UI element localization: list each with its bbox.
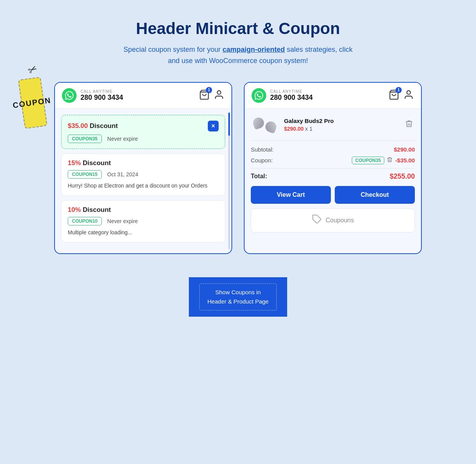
coupon-amount-1: $35.00 — [68, 122, 88, 130]
minicart-header-icons: 1 — [389, 89, 414, 102]
minicart-content: Galaxy Buds2 Pro $290.00 x 1 — [245, 109, 421, 239]
cart-icon-button[interactable]: 1 — [199, 89, 210, 102]
cart-product: Galaxy Buds2 Pro $290.00 x 1 — [251, 115, 415, 141]
minicart-phone-number: 280 900 3434 — [270, 94, 313, 102]
total-row-final: Total: $255.00 — [251, 172, 415, 181]
coupon-list-container: $35.00 Discount × COUPON35 Never expire … — [55, 109, 231, 253]
product-image — [251, 115, 279, 135]
bud-right — [264, 120, 278, 134]
coupon-total-row: Coupon: COUPON35 -$35.00 — [251, 157, 415, 164]
subtotal-value: $290.00 — [394, 146, 415, 153]
scissors-icon: ✂ — [26, 62, 39, 77]
ticket-text: Show Coupons in Header & Product Page — [199, 283, 277, 310]
remove-product-button[interactable] — [403, 118, 415, 131]
minicart-panel: CALL ANYTIME 280 900 3434 1 — [244, 82, 422, 254]
user-icon-button[interactable] — [214, 89, 224, 102]
header-left: CALL ANYTIME 280 900 3434 — [62, 88, 123, 103]
header-icons: 1 — [199, 89, 224, 102]
coupon-discount-3: 10% Discount — [68, 206, 219, 214]
coupon-applied: COUPON35 -$35.00 — [352, 157, 415, 164]
coupon-list: $35.00 Discount × COUPON35 Never expire … — [55, 109, 231, 253]
minicart-cart-icon-button[interactable]: 1 — [389, 89, 399, 102]
total-label: Total: — [251, 173, 267, 180]
ticket-container: Show Coupons in Header & Product Page — [185, 277, 291, 317]
coupon-panel: CALL ANYTIME 280 900 3434 1 — [54, 82, 232, 254]
page-title: Header Minicart & Coupon — [136, 19, 340, 38]
total-value: $255.00 — [390, 172, 415, 181]
remove-coupon-button[interactable] — [387, 157, 393, 164]
product-name: Galaxy Buds2 Pro — [284, 118, 398, 124]
coupon-discount-value: -$35.00 — [395, 157, 415, 164]
coupon-details-row-3: COUPON10 Never expire — [68, 217, 219, 225]
coupon-applied-badge: COUPON35 — [352, 157, 384, 164]
coupon-amount-2: 15% — [68, 159, 81, 167]
total-separator — [251, 168, 415, 169]
scroll-bar — [228, 113, 230, 249]
ticket-line1: Show Coupons in — [207, 288, 269, 297]
panels-container: ✂ COUPON CALL ANYTIME 280 900 3434 1 — [33, 82, 443, 254]
coupons-section-button[interactable]: Coupouns — [251, 208, 415, 232]
coupon-header-row-1: $35.00 Discount × — [68, 121, 219, 131]
close-coupon-button[interactable]: × — [208, 121, 219, 131]
cart-totals: Subtotal: $290.00 Coupon: COUPON35 — [251, 146, 415, 181]
coupon-amount-3: 10% — [68, 206, 81, 213]
coupon-item-2[interactable]: 15% Discount COUPON15 Oct 31, 2024 Hurry… — [61, 154, 225, 196]
minicart-user-icon-button[interactable] — [403, 89, 414, 102]
ticket-line2: Header & Product Page — [207, 297, 269, 306]
product-price: $290.00 x 1 — [284, 126, 398, 132]
call-anytime-label: CALL ANYTIME — [80, 89, 123, 94]
minicart-header-left: CALL ANYTIME 280 900 3434 — [252, 88, 313, 103]
coupon-expiry-2: Oct 31, 2024 — [107, 171, 138, 177]
coupon-item-3[interactable]: 10% Discount COUPON10 Never expire Multi… — [61, 200, 225, 242]
bud-left — [252, 116, 265, 130]
whatsapp-icon — [62, 88, 77, 103]
coupon-code-badge-3: COUPON10 — [68, 217, 102, 225]
coupon-section-icon — [312, 214, 322, 227]
coupon-tag-text: COUPON — [12, 96, 52, 110]
coupon-panel-header: CALL ANYTIME 280 900 3434 1 — [55, 83, 231, 109]
coupon-expiry-3: Never expire — [107, 218, 138, 224]
svg-point-1 — [217, 90, 221, 94]
cart-buttons: View Cart Checkout — [251, 186, 415, 204]
subtotal-label: Subtotal: — [251, 146, 274, 153]
minicart-cart-badge: 1 — [396, 87, 402, 93]
cart-badge: 1 — [206, 87, 212, 93]
subtotal-row: Subtotal: $290.00 — [251, 146, 415, 153]
coupon-item-1[interactable]: $35.00 Discount × COUPON35 Never expire — [61, 115, 225, 149]
coupon-desc-2: Hurry! Shop at Electron and get a discou… — [68, 182, 219, 190]
view-cart-button[interactable]: View Cart — [251, 186, 331, 204]
svg-point-3 — [407, 90, 410, 94]
coupon-tag: COUPON — [18, 77, 47, 129]
coupon-discount-1: $35.00 Discount — [68, 122, 118, 130]
minicart-call-label: CALL ANYTIME — [270, 89, 313, 94]
coupon-code-badge-1: COUPON35 — [68, 135, 102, 143]
show-coupons-ticket[interactable]: Show Coupons in Header & Product Page — [185, 277, 291, 317]
minicart-header-phone: CALL ANYTIME 280 900 3434 — [270, 89, 313, 102]
scroll-thumb[interactable] — [228, 113, 230, 136]
coupon-decoration: ✂ COUPON — [21, 70, 44, 128]
product-info: Galaxy Buds2 Pro $290.00 x 1 — [284, 118, 398, 132]
coupon-desc-3: Multiple category loading... — [68, 229, 219, 237]
coupon-total-label: Coupon: — [251, 157, 273, 164]
header-phone: CALL ANYTIME 280 900 3434 — [80, 89, 123, 102]
phone-number: 280 900 3434 — [80, 94, 123, 102]
coupon-details-row-2: COUPON15 Oct 31, 2024 — [68, 170, 219, 179]
coupon-code-badge-2: COUPON15 — [68, 170, 102, 179]
coupons-section-label: Coupouns — [326, 217, 354, 224]
buds-image — [253, 118, 276, 132]
page-subtitle: Special coupon system for your campaign-… — [122, 44, 354, 67]
coupon-expiry-1: Never expire — [107, 136, 138, 142]
minicart-panel-header: CALL ANYTIME 280 900 3434 1 — [245, 83, 421, 109]
coupon-discount-2: 15% Discount — [68, 159, 219, 167]
coupon-details-row-1: COUPON35 Never expire — [68, 135, 219, 143]
checkout-button[interactable]: Checkout — [335, 186, 415, 204]
minicart-whatsapp-icon — [252, 88, 266, 103]
